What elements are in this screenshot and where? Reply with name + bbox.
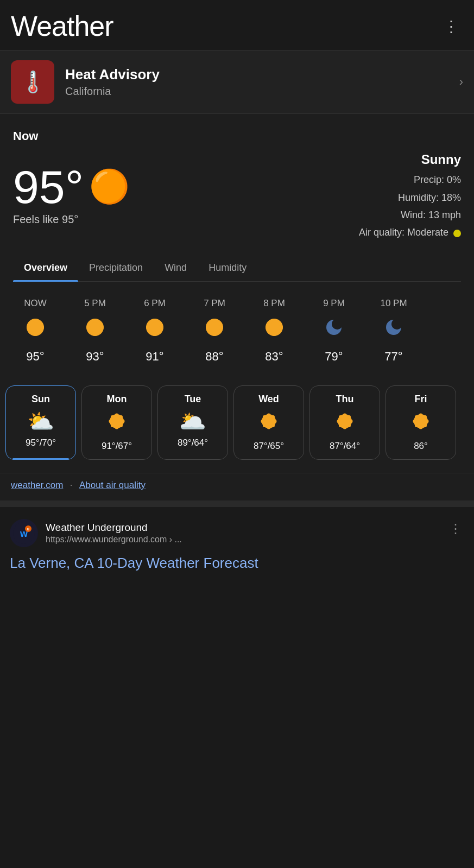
daily-day-label: Wed xyxy=(258,394,279,405)
svg-point-3 xyxy=(27,325,31,330)
daily-card[interactable]: Tue🌥️89°/64° xyxy=(157,385,228,460)
daily-weather-icon xyxy=(106,410,128,435)
svg-point-42 xyxy=(277,321,281,325)
svg-point-68 xyxy=(339,415,342,419)
hourly-temp: 79° xyxy=(325,350,343,364)
daily-card[interactable]: Wed87°/65° xyxy=(233,385,304,460)
svg-point-77 xyxy=(415,415,418,419)
svg-point-70 xyxy=(339,424,342,427)
svg-point-69 xyxy=(347,415,351,419)
svg-point-52 xyxy=(111,424,114,427)
hourly-weather-icon xyxy=(262,315,286,343)
daily-card[interactable]: Sun⛅95°/70° xyxy=(5,385,76,460)
tab-wind[interactable]: Wind xyxy=(154,255,198,281)
hourly-time: NOW xyxy=(24,298,47,309)
header-menu-icon[interactable]: ⋮ xyxy=(439,13,463,40)
tab-overview[interactable]: Overview xyxy=(13,255,78,281)
svg-point-58 xyxy=(273,419,277,423)
hourly-item[interactable]: 8 PM83° xyxy=(244,293,304,372)
svg-point-71 xyxy=(347,424,351,427)
search-result-title[interactable]: La Verne, CA 10-Day Weather Forecast xyxy=(10,555,464,572)
hourly-time: 7 PM xyxy=(204,298,225,309)
humidity-detail: Humidity: 18% xyxy=(359,189,461,206)
air-quality-dot xyxy=(453,230,461,237)
hourly-time: 6 PM xyxy=(144,298,166,309)
hourly-item[interactable]: 5 PM93° xyxy=(65,293,125,372)
svg-point-2 xyxy=(33,332,37,336)
svg-point-33 xyxy=(217,321,221,325)
daily-day-label: Sun xyxy=(31,394,50,405)
alert-title: Heat Advisory xyxy=(65,66,454,83)
hourly-weather-icon xyxy=(143,315,167,343)
search-result-header: w u Weather Underground https://www.wund… xyxy=(10,519,464,547)
svg-point-35 xyxy=(217,330,221,333)
daily-day-label: Mon xyxy=(107,394,127,405)
svg-point-47 xyxy=(115,425,119,429)
svg-point-41 xyxy=(268,321,272,325)
hourly-item[interactable]: 7 PM88° xyxy=(185,293,244,372)
svg-point-19 xyxy=(153,319,157,323)
svg-point-43 xyxy=(268,330,272,333)
svg-point-60 xyxy=(271,415,275,419)
daily-scroll[interactable]: Sun⛅95°/70°Mon91°/67°Tue🌥️89°/64°Wed87°/… xyxy=(5,383,469,462)
svg-point-29 xyxy=(212,332,217,336)
alert-banner[interactable]: 🌡️ Heat Advisory California › xyxy=(0,50,474,113)
temp-row: 95° 🟠 Feels like 95° Sunny Precip: 0% Hu… xyxy=(13,148,461,242)
hourly-temp: 93° xyxy=(86,350,104,364)
hourly-item[interactable]: 6 PM91° xyxy=(125,293,185,372)
hourly-time: 8 PM xyxy=(263,298,285,309)
air-quality-detail: Air quality: Moderate xyxy=(359,224,461,241)
hourly-temp: 95° xyxy=(26,350,44,364)
svg-point-4 xyxy=(40,325,44,330)
svg-point-21 xyxy=(146,325,150,330)
svg-point-37 xyxy=(272,319,276,323)
alert-subtitle: California xyxy=(65,85,454,98)
svg-point-65 xyxy=(343,425,347,429)
svg-point-53 xyxy=(119,424,123,427)
svg-point-14 xyxy=(89,321,93,325)
svg-point-44 xyxy=(277,330,281,333)
daily-card[interactable]: Thu87°/64° xyxy=(309,385,380,460)
daily-card[interactable]: Mon91°/67° xyxy=(81,385,152,460)
svg-point-30 xyxy=(206,325,210,330)
alert-icon-wrap: 🌡️ xyxy=(11,60,54,104)
svg-point-75 xyxy=(413,419,417,423)
svg-point-22 xyxy=(159,325,163,330)
daily-day-label: Thu xyxy=(336,394,354,405)
svg-point-55 xyxy=(267,413,271,417)
hourly-item[interactable]: 9 PM79° xyxy=(304,293,364,372)
tab-precipitation[interactable]: Precipitation xyxy=(78,255,154,281)
app-title: Weather xyxy=(11,10,113,42)
hourly-time: 5 PM xyxy=(84,298,106,309)
hourly-weather-icon xyxy=(83,315,107,343)
hourly-section: NOW95°5 PM93°6 PM91°7 PM88°8 PM83°9 PM79… xyxy=(0,282,474,378)
daily-day-label: Fri xyxy=(414,394,427,405)
svg-point-56 xyxy=(267,425,271,429)
svg-point-34 xyxy=(208,330,212,333)
svg-point-12 xyxy=(86,325,91,330)
hourly-time: 9 PM xyxy=(323,298,345,309)
hourly-temp: 88° xyxy=(205,350,223,364)
tabs-row: Overview Precipitation Wind Humidity xyxy=(13,255,461,282)
alert-text: Heat Advisory California xyxy=(65,66,454,98)
hourly-item[interactable]: 10 PM77° xyxy=(364,293,424,372)
svg-point-32 xyxy=(208,321,212,325)
hourly-scroll[interactable]: NOW95°5 PM93°6 PM91°7 PM88°8 PM83°9 PM79… xyxy=(0,293,474,372)
air-quality-link[interactable]: About air quality xyxy=(79,480,146,490)
daily-temps: 89°/64° xyxy=(178,438,208,448)
daily-weather-icon: ⛅ xyxy=(27,410,54,432)
svg-point-76 xyxy=(425,419,429,423)
search-result-meta: Weather Underground https://www.wundergr… xyxy=(46,522,447,544)
search-result-menu-icon[interactable]: ⋮ xyxy=(447,519,464,538)
hourly-item[interactable]: NOW95° xyxy=(5,293,65,372)
daily-card[interactable]: Fri86° xyxy=(385,385,456,460)
svg-point-46 xyxy=(115,413,119,417)
weather-com-link[interactable]: weather.com xyxy=(11,480,63,490)
hourly-temp: 91° xyxy=(146,350,163,364)
tab-humidity[interactable]: Humidity xyxy=(198,255,257,281)
wind-detail: Wind: 13 mph xyxy=(359,206,461,224)
app-header: Weather ⋮ xyxy=(0,0,474,50)
svg-point-57 xyxy=(261,419,265,423)
precip-detail: Precip: 0% xyxy=(359,171,461,188)
svg-point-49 xyxy=(121,419,125,423)
